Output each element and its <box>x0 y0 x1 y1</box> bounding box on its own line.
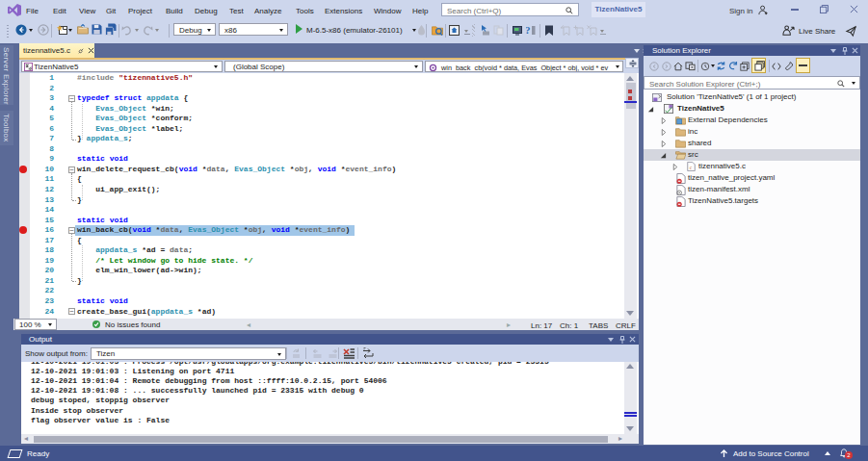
svg-text:c: c <box>690 165 693 170</box>
svg-text:?: ? <box>526 24 531 36</box>
